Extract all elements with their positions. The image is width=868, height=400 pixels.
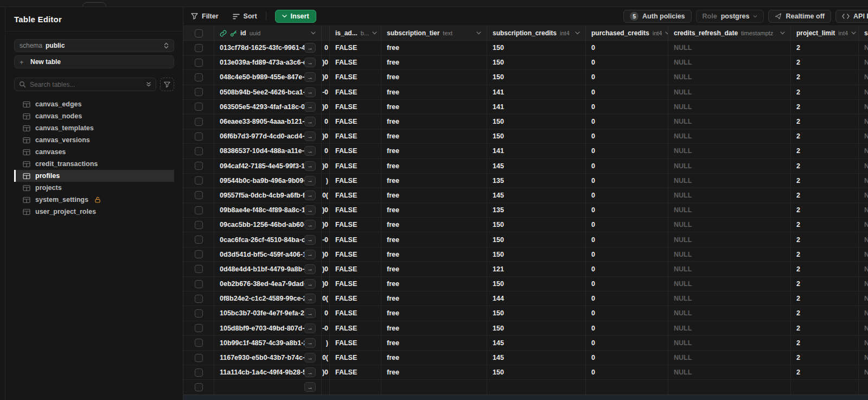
cell-purchased-credits[interactable]: 0 [586,70,668,84]
fk-arrow-button[interactable]: → [304,176,316,186]
chevron-down-icon[interactable] [476,31,481,35]
fk-arrow-button[interactable]: → [304,58,316,67]
cell-is-admin[interactable]: FALSE [330,306,381,320]
row-checkbox[interactable] [195,118,203,126]
cell-id[interactable]: 0cac6fca-26cf-4510-84ba-c4580...→ [214,232,322,246]
sidebar-table-item-system_settings[interactable]: system_settings [14,194,174,206]
cell-purchased-credits[interactable]: 0 [586,365,668,379]
cell-subscription-tier[interactable]: free [381,100,487,114]
cell-credits-refresh-date[interactable]: NULL [668,100,791,114]
cell-subscription-tier[interactable]: free [381,70,487,84]
cell-subscription-credits[interactable]: 135 [487,174,586,188]
cell-subscription-tier[interactable]: free [381,85,487,99]
cell-subscription-tier[interactable]: free [381,159,487,173]
cell-is-admin[interactable]: FALSE [330,336,381,350]
sidebar-table-item-credit_transactions[interactable]: credit_transactions [14,158,174,170]
cell-subscription-credits[interactable]: 135 [487,203,586,217]
cell-credits-refresh-date[interactable]: NULL [668,174,791,188]
cell-subscription-credits[interactable]: 150 [487,115,586,129]
cell-next-clipped[interactable]: NULL [859,174,868,188]
cell-subscription-credits[interactable]: 150 [487,70,586,84]
cell-project-limit[interactable]: 2 [791,115,859,129]
cell-id[interactable]: 0d48e4d4-b1bf-4479-9a8b-4a4b...→ [214,262,322,276]
sidebar-table-item-canvas_templates[interactable]: canvas_templates [14,122,174,134]
schema-select[interactable]: schema public [14,39,174,52]
cell-purchased-credits[interactable]: 0 [586,55,668,69]
cell-is-admin[interactable]: FALSE [330,277,381,291]
cell-subscription-tier[interactable]: free [381,351,487,365]
cell-id[interactable]: 0eb2b676-38ed-4ea7-9dad-38e6...→ [214,277,322,291]
new-table-button[interactable]: + New table [14,55,174,68]
fk-arrow-button[interactable]: → [304,161,316,171]
cell-subscription-tier[interactable]: free [381,365,487,379]
cell-subscription-credits[interactable]: 150 [487,321,586,335]
cell-purchased-credits[interactable]: 0 [586,247,668,262]
cell-subscription-credits[interactable]: 145 [487,159,586,173]
cell-purchased-credits[interactable]: 0 [586,85,668,99]
cell-project-limit[interactable]: 2 [791,100,859,114]
cell-next-clipped[interactable]: NULL [859,306,868,320]
cell-subscription-tier[interactable]: free [381,203,487,217]
cell-next-clipped[interactable]: NULL [859,115,868,129]
cell-id[interactable]: 06eaee33-8905-4aaa-b121-ab552...→ [214,115,322,129]
cell-subscription-credits[interactable]: 150 [487,247,586,262]
cell-next-clipped[interactable]: NULL [859,277,868,291]
chevrons-double-down-icon[interactable] [146,81,151,87]
cell-project-limit[interactable]: 2 [791,232,859,246]
cell-credits-refresh-date[interactable]: NULL [668,232,791,246]
cell-is-admin[interactable]: FALSE [330,115,381,129]
cell-next-clipped[interactable]: NULL [859,365,868,379]
cell-purchased-credits[interactable]: 0 [586,144,668,158]
fk-arrow-button[interactable]: → [304,191,316,200]
fk-arrow-button[interactable]: → [304,338,316,348]
fk-arrow-button[interactable]: → [304,264,316,274]
cell-id[interactable]: 09b8ae4e-f48c-4f89-8a8c-1629b...→ [214,203,322,217]
cell-purchased-credits[interactable]: 0 [586,306,668,320]
cell-is-admin[interactable]: FALSE [330,159,381,173]
row-checkbox[interactable] [195,324,203,332]
cell-credits-refresh-date[interactable]: NULL [668,321,791,335]
cell-next-clipped[interactable]: NULL [859,188,868,202]
fk-arrow-button[interactable]: → [304,72,316,82]
cell-subscription-credits[interactable]: 150 [487,55,586,69]
select-all-checkbox[interactable] [195,29,203,37]
cell-id[interactable]: 0f8b24e2-c1c2-4589-99ce-2c52d...→ [214,291,322,306]
cell-project-limit[interactable]: 2 [791,85,859,99]
cell-credits-refresh-date[interactable]: NULL [668,306,791,320]
cell-purchased-credits[interactable]: 0 [586,277,668,291]
fk-arrow-button[interactable]: → [304,279,316,289]
cell-is-admin[interactable]: FALSE [330,291,381,306]
cell-subscription-credits[interactable]: 150 [487,41,586,55]
cell-id[interactable]: → [214,380,322,394]
cell-credits-refresh-date[interactable]: NULL [668,203,791,217]
cell-credits-refresh-date[interactable]: NULL [668,159,791,173]
cell-id[interactable]: 0d3d541d-bf5c-459f-a406-16b93...→ [214,247,322,262]
row-checkbox[interactable] [195,176,203,185]
cell-subscription-credits[interactable]: 150 [487,277,586,291]
cell-subscription-tier[interactable]: free [381,232,487,246]
sidebar-table-item-user_project_roles[interactable]: user_project_roles [14,206,174,218]
cell-project-limit[interactable]: 2 [791,262,859,276]
cell-subscription-tier[interactable]: free [381,277,487,291]
cell-project-limit[interactable]: 2 [791,188,859,202]
cell-credits-refresh-date[interactable]: NULL [668,351,791,365]
fk-arrow-button[interactable]: → [304,87,316,97]
cell-id[interactable]: 09557f5a-0dcb-4cb9-a6fb-fff366...→ [214,188,322,202]
fk-arrow-button[interactable]: → [304,146,316,156]
row-checkbox[interactable] [195,44,203,52]
cell-id[interactable]: 048c4e50-b989-455e-847e-fb2f...→ [214,70,322,84]
fk-arrow-button[interactable]: → [304,367,316,377]
cell-subscription-credits[interactable]: 141 [487,144,586,158]
row-checkbox[interactable] [195,309,203,318]
cell-purchased-credits[interactable]: 0 [586,41,668,55]
cell-subscription-tier[interactable]: free [381,336,487,350]
auth-policies-button[interactable]: 5 Auth policies [623,10,691,23]
column-header-credits_refresh_date[interactable]: credits_refresh_datetimestamptz [668,26,791,40]
cell-subscription-tier[interactable]: free [381,247,487,262]
cell-subscription-credits[interactable]: 150 [487,306,586,320]
cell-id[interactable]: 013e039a-fd89-473a-a3c6-ccfa9...→ [214,55,322,69]
sidebar-table-item-profiles[interactable]: profiles [14,170,174,182]
cell-next-clipped[interactable]: NULL [859,232,868,246]
cell-subscription-tier[interactable]: free [381,144,487,158]
cell-subscription-tier[interactable]: free [381,262,487,276]
